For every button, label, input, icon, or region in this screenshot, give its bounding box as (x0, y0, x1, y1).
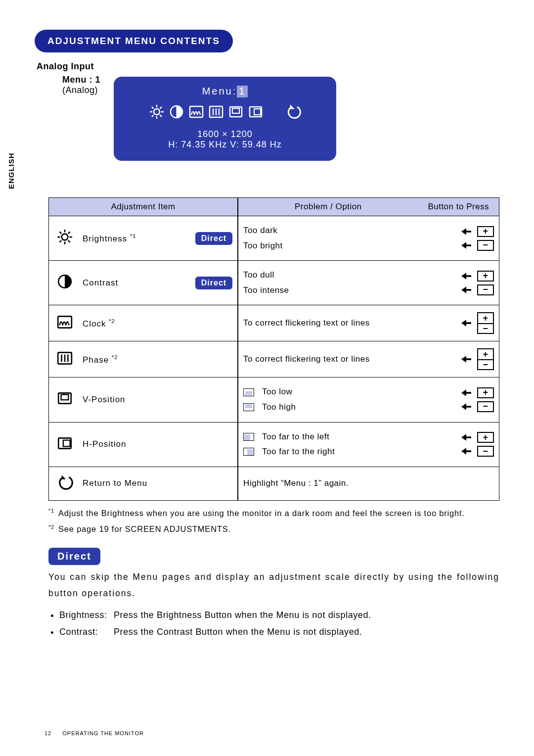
col-header-problem: Problem / Option (238, 198, 418, 216)
hpos-icon (248, 104, 264, 122)
minus-button[interactable]: − (477, 323, 494, 334)
problem-too-dark: Too dark (243, 223, 413, 238)
return-icon (285, 104, 301, 122)
footnote-2: See page 19 for SCREEN ADJUSTMENTS. (58, 524, 231, 533)
language-tab: ENGLISH (0, 143, 20, 193)
osd-resolution: 1600 × 1200 (127, 129, 323, 140)
brightness-label: Brightness (83, 234, 127, 243)
direct-heading: Direct (48, 548, 100, 565)
return-icon (54, 474, 76, 493)
phase-icon (208, 104, 224, 122)
plus-button[interactable]: + (477, 387, 494, 398)
minus-button[interactable]: − (477, 401, 494, 412)
page-footer: 12 OPERATING THE MONITOR (44, 730, 144, 736)
plus-button[interactable]: + (477, 348, 494, 359)
direct-contrast-label: Contrast: (59, 623, 114, 640)
problem-too-bright: Too bright (243, 238, 413, 254)
direct-brightness-label: Brightness: (59, 607, 114, 623)
osd-menu-prefix: Menu: (202, 86, 237, 96)
contrast-icon (54, 273, 76, 292)
return-desc: Highlight “Menu : 1” again. (243, 478, 349, 488)
row-brightness: Brightness *1 Direct Too dark Too bright… (49, 216, 499, 261)
press-icon (459, 318, 473, 328)
clock-desc: To correct flickering text or lines (243, 318, 370, 328)
contrast-label: Contrast (83, 278, 188, 288)
problem-too-intense: Too intense (243, 283, 413, 298)
direct-badge: Direct (195, 232, 232, 245)
press-icon (459, 432, 473, 442)
direct-badge: Direct (195, 277, 232, 289)
osd-icon-row (127, 104, 323, 122)
footnote-marker-2: *2 (48, 524, 54, 530)
osd-frequency: H: 74.35 KHz V: 59.48 Hz (127, 140, 323, 150)
contrast-icon (169, 104, 184, 122)
press-icon (459, 271, 473, 281)
footnote-block: *1Adjust the Brightness when you are usi… (48, 507, 499, 536)
col-header-item: Adjustment Item (49, 198, 238, 216)
osd-menu-number: 1 (237, 86, 248, 97)
footer-section: OPERATING THE MONITOR (62, 730, 144, 736)
footnote-1: Adjust the Brightness when you are using… (58, 509, 465, 518)
clock-label: Clock (83, 319, 106, 328)
row-clock: Clock *2 To correct flickering text or l… (49, 305, 499, 341)
problem-too-dull: Too dull (243, 268, 413, 283)
osd-menu-title: Menu:1 (127, 86, 323, 97)
plus-button[interactable]: + (477, 226, 494, 237)
row-contrast: Contrast Direct Too dull Too intense + − (49, 261, 499, 305)
page-title: ADJUSTMENT MENU CONTENTS (35, 30, 233, 52)
language-label: ENGLISH (7, 152, 15, 189)
phase-label: Phase (83, 355, 109, 364)
col-header-button: Button to Press (418, 198, 499, 216)
row-hposition: H-Position Too far to the left Too far t… (49, 422, 499, 467)
vpos-icon (228, 104, 244, 122)
hpos-label: H-Position (83, 439, 232, 449)
hpos-icon (54, 435, 76, 454)
press-icon (459, 354, 473, 364)
plus-button[interactable]: + (477, 432, 494, 443)
press-icon (459, 227, 473, 236)
minus-button[interactable]: − (477, 446, 494, 457)
input-type-heading: Analog Input (37, 61, 499, 72)
page-number: 12 (44, 730, 51, 736)
direct-ops-list: Brightness:Press the Brightness Button w… (48, 607, 499, 640)
return-label: Return to Menu (83, 478, 232, 488)
phase-desc: To correct flickering text or lines (243, 354, 370, 364)
plus-button[interactable]: + (477, 271, 494, 282)
phase-footnote: *2 (112, 354, 118, 360)
vpos-label: V-Position (83, 395, 232, 405)
row-phase: Phase *2 To correct flickering text or l… (49, 341, 499, 378)
press-icon (459, 388, 473, 398)
brightness-icon (54, 229, 76, 248)
minus-button[interactable]: − (477, 359, 494, 370)
minus-button[interactable]: − (477, 284, 494, 295)
press-icon (459, 285, 473, 295)
problem-too-low: Too low (262, 384, 292, 400)
problem-too-high: Too high (262, 400, 296, 415)
clock-icon (54, 314, 76, 333)
direct-brightness-text: Press the Brightness Button when the Men… (114, 610, 371, 620)
problem-too-right: Too far to the right (262, 444, 335, 460)
row-vposition: V-Position Too low Too high + − (49, 378, 499, 422)
clock-icon (188, 104, 204, 122)
phase-icon (54, 350, 76, 369)
adjustment-table: Adjustment Item Problem / Option Button … (48, 197, 499, 501)
press-icon (459, 240, 473, 250)
row-return: Return to Menu Highlight “Menu : 1” agai… (49, 467, 499, 500)
vpos-icon (54, 390, 76, 409)
press-icon (459, 402, 473, 412)
plus-button[interactable]: + (477, 312, 494, 323)
clock-footnote: *2 (109, 318, 115, 324)
brightness-icon (149, 104, 165, 122)
brightness-footnote: *1 (130, 233, 136, 239)
footnote-marker-1: *1 (48, 508, 54, 514)
minus-button[interactable]: − (477, 240, 494, 251)
osd-panel: Menu:1 1600 × 1200 H: 74.35 KHz V: 59.48… (114, 77, 336, 161)
problem-too-left: Too far to the left (262, 429, 329, 445)
direct-contrast-text: Press the Contrast Button when the Menu … (114, 627, 362, 637)
direct-intro: You can skip the Menu pages and display … (48, 569, 499, 602)
press-icon (459, 446, 473, 456)
